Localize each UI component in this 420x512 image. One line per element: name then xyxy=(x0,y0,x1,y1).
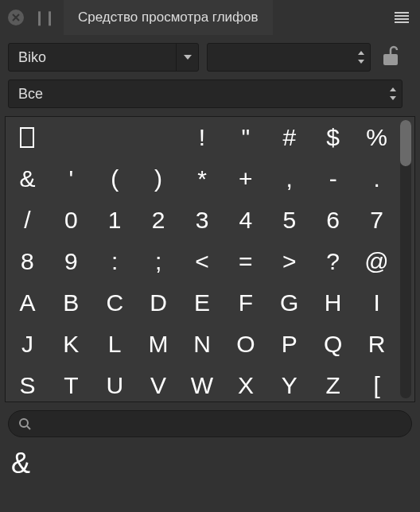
glyph-cell[interactable]: J xyxy=(6,324,49,365)
glyph-cell[interactable] xyxy=(93,117,137,158)
glyph-cell[interactable]: F xyxy=(224,282,267,324)
glyph-cell[interactable]: S xyxy=(6,365,49,401)
glyph-cell[interactable]: ( xyxy=(93,158,137,200)
font-style-spinner[interactable] xyxy=(352,44,370,71)
font-toolbar: Biko xyxy=(0,35,420,72)
svg-point-0 xyxy=(20,419,28,427)
chevron-down-icon xyxy=(390,96,396,100)
close-button[interactable] xyxy=(8,10,24,25)
glyph-cell[interactable]: 0 xyxy=(49,200,93,241)
glyph-cell[interactable]: N xyxy=(181,324,224,365)
glyph-cell[interactable]: R xyxy=(355,324,399,365)
glyph-cell[interactable]: H xyxy=(311,282,355,324)
glyph-cell[interactable] xyxy=(137,117,181,158)
glyph-preview-char: & xyxy=(11,447,30,479)
glyph-grid-container: !"#$%&'()*+,-./0123456789:;<=>?@ABCDEFGH… xyxy=(5,116,415,402)
chevron-down-icon xyxy=(184,55,192,60)
glyph-cell[interactable] xyxy=(6,117,49,158)
font-style-select[interactable] xyxy=(207,43,371,72)
glyph-cell[interactable]: B xyxy=(49,282,93,324)
glyph-cell[interactable]: + xyxy=(224,158,267,200)
glyph-cell[interactable]: K xyxy=(49,324,93,365)
glyph-cell[interactable]: 5 xyxy=(267,200,311,241)
glyph-cell[interactable]: V xyxy=(137,365,181,401)
window-title: Средство просмотра глифов xyxy=(78,10,259,25)
glyph-cell[interactable]: P xyxy=(267,324,311,365)
glyph-cell[interactable] xyxy=(49,117,93,158)
glyph-cell[interactable]: , xyxy=(267,158,311,200)
glyph-cell[interactable]: L xyxy=(93,324,137,365)
glyph-cell[interactable]: * xyxy=(181,158,224,200)
font-family-select[interactable]: Biko xyxy=(8,43,199,72)
glyph-cell[interactable]: & xyxy=(6,158,49,200)
glyph-cell[interactable]: / xyxy=(6,200,49,241)
search-input[interactable] xyxy=(37,417,402,431)
glyph-cell[interactable]: < xyxy=(181,241,224,282)
glyph-cell[interactable]: ' xyxy=(49,158,93,200)
search-field[interactable] xyxy=(8,410,412,437)
glyph-cell[interactable]: ? xyxy=(311,241,355,282)
lock-toggle[interactable] xyxy=(382,45,399,70)
glyph-cell[interactable]: - xyxy=(311,158,355,200)
missing-glyph-icon xyxy=(20,127,34,148)
close-icon xyxy=(12,14,20,21)
glyph-cell[interactable]: $ xyxy=(311,117,355,158)
glyph-cell[interactable]: C xyxy=(93,282,137,324)
glyph-cell[interactable]: A xyxy=(6,282,49,324)
scrollbar-thumb[interactable] xyxy=(400,120,411,166)
glyph-cell[interactable]: T xyxy=(49,365,93,401)
glyph-cell[interactable]: Y xyxy=(267,365,311,401)
glyph-cell[interactable]: 8 xyxy=(6,241,49,282)
glyph-cell[interactable]: = xyxy=(224,241,267,282)
glyph-cell[interactable]: ! xyxy=(181,117,224,158)
glyph-cell[interactable]: 9 xyxy=(49,241,93,282)
glyph-cell[interactable]: ) xyxy=(137,158,181,200)
chevron-down-icon xyxy=(358,60,364,64)
glyph-cell[interactable]: % xyxy=(355,117,399,158)
glyph-cell[interactable]: : xyxy=(93,241,137,282)
glyph-cell[interactable]: D xyxy=(137,282,181,324)
search-row xyxy=(0,402,420,444)
scrollbar[interactable] xyxy=(400,120,411,398)
chevron-up-icon xyxy=(358,51,364,55)
glyph-cell[interactable]: > xyxy=(267,241,311,282)
titlebar: ❙❙ Средство просмотра глифов xyxy=(0,0,420,35)
glyph-cell[interactable]: E xyxy=(181,282,224,324)
glyph-cell[interactable]: Z xyxy=(311,365,355,401)
collapse-icon[interactable]: ❙❙ xyxy=(33,9,54,26)
font-family-value: Biko xyxy=(9,49,176,66)
glyph-preview: & xyxy=(0,444,420,491)
glyph-cell[interactable]: 4 xyxy=(224,200,267,241)
glyph-cell[interactable]: . xyxy=(355,158,399,200)
glyph-cell[interactable]: O xyxy=(224,324,267,365)
glyph-cell[interactable]: [ xyxy=(355,365,399,401)
lock-open-icon xyxy=(382,45,399,67)
glyph-cell[interactable]: 3 xyxy=(181,200,224,241)
glyph-grid: !"#$%&'()*+,-./0123456789:;<=>?@ABCDEFGH… xyxy=(6,117,399,401)
glyph-cell[interactable]: ; xyxy=(137,241,181,282)
glyph-cell[interactable]: X xyxy=(224,365,267,401)
glyph-category-spinner[interactable] xyxy=(384,80,402,107)
chevron-up-icon xyxy=(390,87,396,91)
font-family-dropdown-button[interactable] xyxy=(176,44,198,71)
glyph-category-select[interactable]: Все xyxy=(8,80,402,108)
glyph-cell[interactable]: # xyxy=(267,117,311,158)
glyph-cell[interactable]: 6 xyxy=(311,200,355,241)
glyph-cell[interactable]: @ xyxy=(355,241,399,282)
window-tab[interactable]: Средство просмотра глифов xyxy=(64,0,273,35)
glyph-cell[interactable]: G xyxy=(267,282,311,324)
glyph-cell[interactable]: M xyxy=(137,324,181,365)
panel-menu-button[interactable] xyxy=(391,9,412,26)
glyph-cell[interactable]: I xyxy=(355,282,399,324)
glyph-cell[interactable]: 1 xyxy=(93,200,137,241)
glyph-cell[interactable]: Q xyxy=(311,324,355,365)
search-icon xyxy=(18,417,31,430)
glyph-cell[interactable]: U xyxy=(93,365,137,401)
glyph-cell[interactable]: 2 xyxy=(137,200,181,241)
category-toolbar: Все xyxy=(0,72,420,116)
glyph-cell[interactable]: 7 xyxy=(355,200,399,241)
glyph-cell[interactable]: W xyxy=(181,365,224,401)
glyph-cell[interactable]: " xyxy=(224,117,267,158)
glyph-category-value: Все xyxy=(9,86,384,103)
